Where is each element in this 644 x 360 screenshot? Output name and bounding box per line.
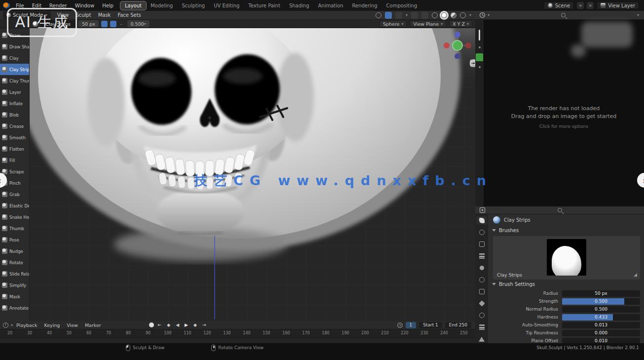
- workspace-tab[interactable]: Shading: [285, 1, 314, 10]
- setting-slider[interactable]: 0.500: [562, 298, 640, 305]
- brush-preview-thumbnail[interactable]: [547, 239, 586, 276]
- topbar-menu-item[interactable]: Window: [71, 1, 98, 10]
- sculpt-tool-item[interactable]: Grab: [0, 189, 29, 200]
- sculpt-tool-item[interactable]: Snake Hook: [0, 211, 29, 223]
- shading-wireframe-button[interactable]: [432, 12, 438, 18]
- shading-rendered-button[interactable]: [460, 12, 466, 18]
- sculpt-tool-item[interactable]: Smooth: [0, 132, 29, 143]
- sculpt-tool-item[interactable]: Clay Strips: [0, 64, 29, 75]
- properties-tab-modifiers[interactable]: [476, 299, 487, 308]
- sculpt-tool-item[interactable]: Inflate: [0, 98, 29, 109]
- gizmo-z-axis[interactable]: [455, 32, 460, 38]
- gizmo-y-axis[interactable]: [453, 40, 462, 50]
- timeline-track[interactable]: [0, 338, 475, 343]
- setting-slider[interactable]: 50 px: [562, 290, 640, 297]
- properties-tab-render[interactable]: [476, 228, 487, 237]
- brush-settings-section-header[interactable]: Brush Settings: [488, 280, 644, 289]
- show-overlays-toggle[interactable]: [421, 12, 428, 19]
- sculpt-tool-item[interactable]: Fill: [0, 155, 29, 166]
- properties-tab-constraints[interactable]: [476, 323, 487, 331]
- properties-tab-output[interactable]: [476, 240, 487, 248]
- search-icon[interactable]: [561, 13, 566, 17]
- workspace-tab[interactable]: Texture Paint: [244, 1, 285, 10]
- next-keyframe-button[interactable]: ◆: [192, 322, 198, 327]
- brush-gallery[interactable]: Clay Strips ◢: [493, 236, 640, 280]
- sculpt-tool-item[interactable]: Simplify: [0, 280, 29, 291]
- timeline-menu-item[interactable]: Marker: [81, 321, 105, 329]
- sculpt-tool-item[interactable]: Annotate: [0, 302, 29, 314]
- search-icon[interactable]: [558, 208, 562, 212]
- topbar-menu-item[interactable]: Help: [98, 1, 117, 10]
- unlink-scene-button[interactable]: ×: [587, 2, 594, 9]
- sculpt-tool-item[interactable]: Layer: [0, 86, 29, 98]
- setting-slider[interactable]: 0.013: [562, 322, 640, 328]
- gizmo-z-neg-axis[interactable]: [455, 53, 460, 59]
- chevron-down-icon[interactable]: ▾: [406, 13, 408, 17]
- workspace-tab[interactable]: Animation: [314, 1, 348, 10]
- sculpt-tool-item[interactable]: Draw Sharp: [0, 41, 29, 52]
- shading-solid-button[interactable]: [441, 12, 447, 18]
- setting-slider[interactable]: 0.500: [562, 306, 640, 313]
- tool-settings-dropdown[interactable]: Sphere ▾: [379, 20, 407, 27]
- scene-selector[interactable]: Scene: [544, 1, 574, 9]
- current-frame-field[interactable]: 1: [406, 322, 417, 328]
- workspace-tab[interactable]: Modeling: [146, 1, 178, 10]
- sculpt-tool-item[interactable]: Blob: [0, 109, 29, 120]
- play-reverse-button[interactable]: ◀: [174, 322, 181, 327]
- timeline-menu-item[interactable]: View: [63, 321, 81, 329]
- brushes-section-header[interactable]: Brushes: [488, 226, 644, 235]
- tool-settings-dropdown[interactable]: X Y Z ▾: [449, 20, 472, 27]
- sculpt-tool-item[interactable]: Crease: [0, 120, 29, 132]
- radius-field[interactable]: 50 px: [78, 20, 99, 27]
- sculpt-tool-item[interactable]: Elastic Deform: [0, 200, 29, 211]
- properties-tab-view-layer[interactable]: [476, 252, 487, 260]
- orientation-globe-icon[interactable]: [376, 12, 381, 18]
- prev-keyframe-button[interactable]: ◆: [165, 322, 172, 327]
- strength-field[interactable]: 0.500 ▾: [127, 20, 150, 27]
- jump-start-button[interactable]: ⇤: [156, 322, 163, 327]
- shading-material-button[interactable]: [451, 12, 456, 18]
- frame-end-field[interactable]: End 250: [445, 322, 471, 328]
- navigation-gizmo[interactable]: [444, 30, 471, 59]
- sculpt-tool-item[interactable]: Clay: [0, 52, 29, 64]
- properties-tab-world[interactable]: [476, 276, 487, 284]
- sculpt-tool-item[interactable]: Flatten: [0, 143, 29, 155]
- properties-tab-tool[interactable]: [476, 216, 487, 225]
- play-button[interactable]: ▶: [183, 322, 189, 327]
- viewport-menu-item[interactable]: Face Sets: [114, 11, 144, 19]
- workspace-tab[interactable]: Layout: [120, 1, 146, 10]
- blender-logo-icon[interactable]: [3, 2, 10, 8]
- workspace-tab[interactable]: UV Editing: [209, 1, 244, 10]
- workspace-tab[interactable]: Rendering: [347, 1, 381, 10]
- scrollbar[interactable]: [479, 30, 480, 40]
- timeline-editor-icon[interactable]: [3, 322, 8, 328]
- gallery-expander-icon[interactable]: ◢: [634, 272, 637, 277]
- properties-tab-scene[interactable]: [476, 264, 487, 272]
- sculpt-tool-item[interactable]: Nudge: [0, 245, 29, 257]
- properties-editor-icon[interactable]: [479, 207, 486, 213]
- tool-settings-dropdown[interactable]: View Plane ▾: [410, 20, 446, 27]
- radius-pressure-toggle[interactable]: [101, 21, 108, 27]
- timeline-menu-item[interactable]: Keying: [40, 321, 63, 329]
- brush-datablock-icon[interactable]: [493, 216, 500, 224]
- strength-pressure-toggle[interactable]: [110, 21, 116, 27]
- show-gizmo-toggle[interactable]: [411, 12, 418, 19]
- chevron-down-icon[interactable]: ▾: [488, 13, 490, 17]
- setting-slider[interactable]: 0.000: [562, 330, 640, 336]
- workspace-tab[interactable]: Sculpting: [177, 1, 209, 10]
- properties-tab-data[interactable]: [476, 335, 487, 343]
- timeline-ruler[interactable]: 2030405060708090100110120130140150160170…: [0, 329, 475, 338]
- image-panel-body[interactable]: The render has not loaded Drag and drop …: [475, 20, 644, 206]
- sculpt-tool-item[interactable]: Clay Thumb: [0, 75, 29, 86]
- sculpt-tool-item[interactable]: Rotate: [0, 257, 29, 268]
- proportional-editing-toggle[interactable]: [385, 12, 392, 19]
- gizmo-x-axis[interactable]: [444, 42, 450, 48]
- snap-magnet-toggle[interactable]: [395, 12, 402, 19]
- sculpt-tool-item[interactable]: Slide Relax: [0, 268, 29, 280]
- sculpt-tool-item[interactable]: Pose: [0, 234, 29, 245]
- properties-tab-object[interactable]: [476, 287, 487, 296]
- frame-start-field[interactable]: Start 1: [419, 322, 442, 328]
- auto-key-record-button[interactable]: [149, 322, 154, 327]
- properties-tab-physics[interactable]: [476, 311, 487, 320]
- new-scene-button[interactable]: +: [577, 2, 584, 9]
